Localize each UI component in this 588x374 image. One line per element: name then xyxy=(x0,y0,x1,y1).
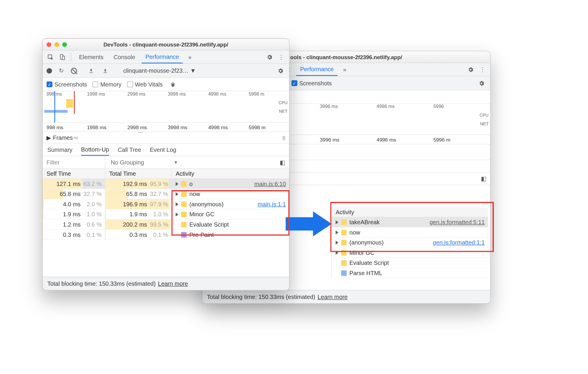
activity-name: o xyxy=(189,180,193,187)
inspect-icon[interactable] xyxy=(46,52,55,62)
device-icon[interactable] xyxy=(58,52,67,62)
activity-type-icon xyxy=(181,232,187,237)
tab-performance[interactable]: Performance xyxy=(141,51,183,64)
zoom-icon[interactable] xyxy=(62,42,67,47)
gear-icon[interactable] xyxy=(276,66,285,75)
kebab-icon[interactable]: ⋮ xyxy=(478,65,487,74)
upload-icon[interactable] xyxy=(86,66,96,75)
footer: Total blocking time: 150.33ms (estimated… xyxy=(43,277,289,290)
subtab-calltree[interactable]: Call Tree xyxy=(118,143,141,156)
detail-ruler[interactable]: 998 ms 1998 ms 2998 ms 3998 ms 4998 ms 5… xyxy=(43,122,289,132)
activity-type-icon xyxy=(341,250,347,255)
source-link[interactable]: main.js:6:10 xyxy=(254,180,286,187)
expand-icon[interactable] xyxy=(176,192,178,196)
frames-row[interactable]: ▶ Frames ns xyxy=(43,132,289,144)
svg-rect-2 xyxy=(62,56,64,59)
expand-icon[interactable] xyxy=(176,202,178,206)
tab-console[interactable]: Console xyxy=(110,50,139,64)
table-row[interactable]: 127.1 ms63.2 %192.9 ms95.9 %omain.js:6:1… xyxy=(43,179,289,189)
activity-type-icon xyxy=(181,201,187,207)
learn-more-link[interactable]: Learn more xyxy=(318,294,348,300)
table-row[interactable]: 1.9 ms1.0 %1.9 ms1.0 %Minor GC xyxy=(43,210,289,220)
subtab-summary[interactable]: Summary xyxy=(47,143,72,156)
activity-name: takeABreak xyxy=(349,219,380,225)
subtab-bottomup[interactable]: Bottom-Up xyxy=(81,144,109,156)
overview-timeline[interactable]: 998 ms 1998 ms 2998 ms 3998 ms 4998 ms 5… xyxy=(43,91,289,122)
learn-more-link[interactable]: Learn more xyxy=(158,280,188,287)
column-activity[interactable]: Activity xyxy=(332,207,488,217)
expand-icon[interactable] xyxy=(336,220,338,224)
screenshots-checkbox[interactable]: Screenshots xyxy=(46,81,87,88)
gear-icon[interactable] xyxy=(466,65,475,74)
source-link[interactable]: gen.js:formatted:5:11 xyxy=(429,219,484,225)
table-row[interactable]: Minor GC xyxy=(332,248,488,258)
filter-input[interactable]: Filter xyxy=(43,156,105,169)
marker-start[interactable] xyxy=(54,91,55,122)
table-row[interactable]: 1.2 ms0.6 %200.2 ms99.5 %Evaluate Script xyxy=(43,220,289,230)
table-row[interactable]: 0.3 ms0.1 %0.3 ms0.1 %Pre-Paint xyxy=(43,230,289,240)
kebab-icon[interactable]: ⋮ xyxy=(276,52,286,62)
memory-checkbox[interactable]: Memory xyxy=(92,81,121,88)
screenshots-checkbox[interactable]: Screenshots xyxy=(291,80,332,87)
table-row[interactable]: takeABreakgen.js:formatted:5:11 xyxy=(332,217,488,227)
main-toolbar: Elements Console Performance » ⋮ xyxy=(43,51,289,64)
activity-type-icon xyxy=(341,240,347,245)
tab-elements[interactable]: Elements xyxy=(75,50,107,64)
reload-icon[interactable]: ↻ xyxy=(57,66,66,75)
source-link[interactable]: gen.js:formatted:1:1 xyxy=(433,239,485,246)
gear-icon[interactable] xyxy=(265,52,274,62)
options-row: Screenshots Memory Web Vitals xyxy=(43,78,289,91)
expand-icon[interactable] xyxy=(176,212,178,216)
checkbox-icon xyxy=(46,82,52,87)
gear-icon[interactable] xyxy=(477,79,486,88)
expand-icon[interactable] xyxy=(176,182,178,186)
tab-performance[interactable]: Performance xyxy=(296,63,338,76)
traffic-lights[interactable] xyxy=(43,39,67,50)
activity-name: now xyxy=(189,191,200,197)
record-icon[interactable] xyxy=(46,68,52,74)
cpu-label: CPU xyxy=(279,98,288,107)
table-row[interactable]: 65.8 ms32.7 %65.8 ms32.7 %now xyxy=(43,189,289,199)
table-row[interactable]: Parse HTML xyxy=(332,268,488,278)
perf-toolbar: ↻ clinquant-mousse-2f23… ▼ xyxy=(43,64,289,78)
more-tabs-icon[interactable]: » xyxy=(340,65,349,74)
table-row[interactable]: (anonymous)gen.js:formatted:1:1 xyxy=(332,237,488,248)
activity-type-icon xyxy=(341,260,347,266)
window-title: ools - clinquant-mousse-2f2396.netlify.a… xyxy=(290,54,402,60)
trash-icon[interactable] xyxy=(168,80,178,89)
column-self-time[interactable]: Self Time xyxy=(43,169,105,178)
filter-row: Filter No Grouping▼ ◧ xyxy=(43,156,289,169)
source-link[interactable]: main.js:1:1 xyxy=(258,201,286,207)
column-total-time[interactable]: Total Time xyxy=(105,169,172,178)
download-icon[interactable] xyxy=(101,66,110,75)
checkbox-icon xyxy=(127,82,133,87)
show-sidebar-icon[interactable]: ◧ xyxy=(280,159,289,166)
minimize-icon[interactable] xyxy=(54,42,59,47)
table-row[interactable]: Evaluate Script xyxy=(332,258,488,268)
annotation-arrow xyxy=(286,211,333,239)
activity-type-icon xyxy=(181,212,187,217)
expand-icon[interactable] xyxy=(336,230,338,234)
activity-name: (anonymous) xyxy=(189,201,224,207)
table-body: 127.1 ms63.2 %192.9 ms95.9 %omain.js:6:1… xyxy=(43,179,289,240)
grouping-select[interactable]: No Grouping xyxy=(111,159,144,166)
table-row[interactable]: now xyxy=(332,227,488,238)
table-row[interactable]: 4.0 ms2.0 %196.9 ms97.9 %(anonymous)main… xyxy=(43,199,289,210)
column-activity[interactable]: Activity xyxy=(172,169,289,178)
expand-icon[interactable] xyxy=(336,251,338,255)
webvitals-checkbox[interactable]: Web Vitals xyxy=(127,81,163,88)
clear-icon[interactable] xyxy=(71,67,77,74)
show-sidebar-icon[interactable]: ◧ xyxy=(481,175,490,182)
marker-end[interactable] xyxy=(74,91,75,114)
titlebar[interactable]: DevTools - clinquant-mousse-2f2396.netli… xyxy=(43,39,289,51)
expand-icon[interactable] xyxy=(336,240,338,244)
subtab-eventlog[interactable]: Event Log xyxy=(150,143,176,156)
recording-url[interactable]: clinquant-mousse-2f23… ▼ xyxy=(119,67,200,75)
close-icon[interactable] xyxy=(46,42,51,47)
overview-ruler: 998 ms 1998 ms 2998 ms 3998 ms 4998 ms 5… xyxy=(43,91,289,98)
activity-name: Pre-Paint xyxy=(189,231,214,238)
more-tabs-icon[interactable]: » xyxy=(185,52,195,62)
activity-name: Parse HTML xyxy=(349,270,382,276)
activity-type-icon xyxy=(181,191,187,197)
activity-name: Evaluate Script xyxy=(189,221,229,228)
